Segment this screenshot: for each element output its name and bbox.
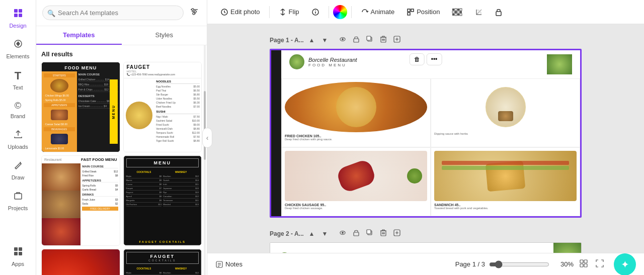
uploads-icon	[13, 129, 23, 142]
page-1-lock-btn[interactable]	[351, 34, 362, 46]
page-2-title: Page 2 - A...	[270, 230, 304, 237]
info-button[interactable]	[306, 6, 325, 19]
svg-rect-25	[457, 9, 459, 11]
scroll-indicator[interactable]	[204, 45, 206, 275]
tmpl-body: STARTERS · Chicken Wings $6.00 · Spring …	[42, 71, 120, 152]
template-item-4[interactable]: MENU COCKTAILS Mojito$8 Martini$9 Cosmo$…	[123, 155, 202, 246]
food-menu-design: Borcelle Restaurant FOOD MENU	[271, 50, 580, 216]
sidebar-item-draw[interactable]: Draw	[3, 156, 33, 185]
page-2-container: Page 2 - A... ▲ ▼	[270, 228, 582, 253]
canva-ai-button[interactable]: ✦	[614, 253, 636, 276]
item-1-desc: Deep fried chicken with ping sauce.	[285, 138, 427, 142]
svg-rect-6	[14, 247, 18, 251]
template-item-6[interactable]: FAUGET COCKTAILS COCKTAILS Mojito$8 Mart…	[123, 249, 202, 275]
lock-button[interactable]	[490, 6, 507, 19]
design-icon	[13, 8, 23, 21]
fullscreen-button[interactable]	[594, 257, 606, 271]
svg-rect-54	[580, 260, 583, 263]
search-icon: 🔍	[47, 9, 55, 17]
page-2-nav-down[interactable]: ▼	[319, 229, 330, 238]
page-1-title: Page 1 - A...	[270, 37, 304, 44]
panel-search-bar: 🔍	[36, 0, 207, 26]
zoom-controls: 30%	[489, 260, 574, 268]
pattern-button[interactable]	[447, 6, 468, 19]
menu-subtitle: FOOD MENU	[308, 63, 357, 67]
svg-rect-56	[580, 264, 583, 267]
sidebar-item-apps[interactable]: Apps	[3, 242, 33, 271]
svg-rect-8	[14, 252, 18, 255]
sidebar-item-design[interactable]: Design	[3, 4, 33, 33]
page-2-duplicate-btn[interactable]	[364, 228, 376, 239]
template-item-5[interactable]: Grilled Salmon Special Fresh Atlantic Sa…	[41, 249, 120, 275]
svg-rect-21	[411, 9, 414, 12]
zoom-level: 30%	[553, 260, 574, 268]
sidebar-item-label: Draw	[12, 174, 25, 180]
restaurant-name: Borcelle Restaurant	[308, 57, 357, 63]
page-1-visibility-btn[interactable]	[337, 34, 349, 46]
zoom-slider[interactable]	[489, 260, 549, 268]
item-4-desc: Toasted bread with pork and vegetables.	[434, 207, 577, 211]
page-1-delete-btn[interactable]	[378, 34, 389, 46]
template-item-3[interactable]: Restaurant FAST FOOD MENU MAIN COURSE Gr…	[41, 155, 120, 246]
delete-element-btn[interactable]: 🗑	[410, 53, 425, 65]
all-results-label: All results	[41, 50, 202, 58]
page-1-add-btn[interactable]	[391, 34, 403, 46]
page-1-nav-up[interactable]: ▲	[307, 36, 317, 45]
page-2-visibility-btn[interactable]	[337, 228, 349, 239]
more-options-btn[interactable]: •••	[427, 53, 442, 65]
page-1-canvas[interactable]: 🗑 ••• Borcelle Restaura	[270, 49, 582, 218]
position-button[interactable]: Position	[401, 6, 445, 19]
page-2-add-btn[interactable]	[391, 228, 403, 239]
notes-label: Notes	[225, 260, 243, 268]
svg-rect-26	[460, 9, 462, 11]
sidebar-item-brand[interactable]: © Brand	[3, 97, 33, 123]
animate-button[interactable]: Animate	[356, 6, 400, 19]
page-1-duplicate-btn[interactable]	[364, 34, 376, 46]
tab-styles[interactable]: Styles	[122, 26, 207, 45]
svg-rect-35	[496, 12, 501, 16]
sidebar-item-projects[interactable]: Projects	[3, 187, 33, 215]
sidebar-item-text[interactable]: T Text	[3, 65, 33, 95]
sidebar-item-label: Uploads	[8, 144, 28, 150]
apps-icon	[13, 246, 23, 259]
page-2-nav-up[interactable]: ▲	[307, 229, 317, 238]
page-2-lock-btn[interactable]	[351, 228, 362, 239]
page-1-header: Page 1 - A... ▲ ▼	[270, 34, 582, 46]
tab-templates[interactable]: Templates	[36, 26, 122, 45]
svg-rect-30	[460, 11, 462, 13]
svg-rect-9	[19, 252, 22, 255]
toolbar-divider-3	[351, 6, 352, 18]
template-item-1[interactable]: FOOD MENU STARTERS · Chicken Wings $6.00…	[41, 62, 120, 152]
page-1-nav-down[interactable]: ▼	[319, 36, 330, 45]
svg-rect-22	[408, 13, 410, 15]
tmpl-title: FOOD MENU	[42, 62, 120, 71]
sidebar-item-elements[interactable]: Elements	[3, 35, 33, 63]
flip-button[interactable]: Flip	[274, 6, 304, 19]
edit-photo-button[interactable]: Edit photo	[215, 6, 265, 19]
toolbar-divider-2	[329, 6, 329, 18]
panel-tabs: Templates Styles	[36, 26, 207, 45]
search-input[interactable]	[42, 6, 184, 20]
color-wheel-button[interactable]	[333, 5, 347, 19]
filter-button[interactable]	[188, 5, 201, 21]
item-3-desc: Deep fried chicken sausage.	[285, 207, 427, 211]
sidebar-item-uploads[interactable]: Uploads	[3, 125, 33, 154]
template-item-2[interactable]: FAUGET HOTEL 📞 +123-456-7890 www.reallyg…	[123, 62, 202, 152]
search-wrap: 🔍	[42, 6, 184, 20]
page-2-delete-btn[interactable]	[378, 228, 389, 239]
svg-rect-3	[19, 14, 22, 17]
svg-rect-31	[452, 14, 454, 16]
svg-rect-28	[455, 11, 457, 13]
svg-point-14	[194, 11, 196, 13]
grid-view-button[interactable]	[578, 257, 590, 271]
templates-panel: 🔍 Templates Styles All results FOOD MENU	[36, 0, 207, 275]
item-3-name: CHICKEN SAUSAGE 95..	[285, 203, 427, 207]
element-toolbar: 🗑 •••	[410, 53, 442, 65]
transparency-button[interactable]	[470, 6, 488, 19]
item-1-name: FRIED CHICKEN 105..	[285, 134, 427, 138]
notes-button[interactable]: Notes	[215, 260, 243, 268]
page-2-canvas[interactable]: Borcelle Restaurant FOOD MENU	[270, 242, 582, 253]
svg-rect-5	[15, 194, 22, 199]
collapse-panel-button[interactable]: ‹	[202, 128, 212, 148]
svg-point-19	[315, 10, 316, 11]
